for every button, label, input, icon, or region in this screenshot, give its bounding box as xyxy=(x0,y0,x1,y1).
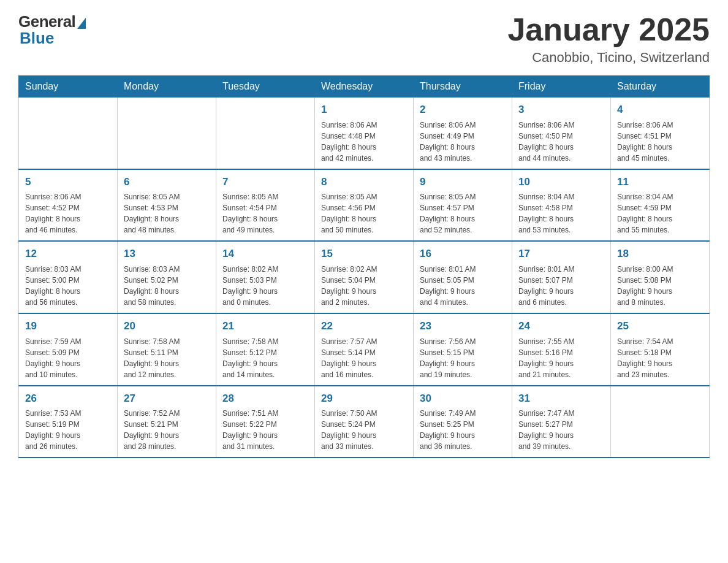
calendar-cell: 28Sunrise: 7:51 AM Sunset: 5:22 PM Dayli… xyxy=(216,386,315,458)
day-info: Sunrise: 8:02 AM Sunset: 5:03 PM Dayligh… xyxy=(222,264,308,308)
calendar-cell: 3Sunrise: 8:06 AM Sunset: 4:50 PM Daylig… xyxy=(512,98,611,169)
day-number: 14 xyxy=(222,247,308,262)
calendar-header-wednesday: Wednesday xyxy=(315,76,414,98)
calendar-cell: 12Sunrise: 8:03 AM Sunset: 5:00 PM Dayli… xyxy=(19,241,118,313)
day-number: 24 xyxy=(518,319,604,334)
calendar-cell xyxy=(19,98,118,169)
calendar-cell: 16Sunrise: 8:01 AM Sunset: 5:05 PM Dayli… xyxy=(414,241,512,313)
day-info: Sunrise: 8:00 AM Sunset: 5:08 PM Dayligh… xyxy=(617,264,703,308)
day-number: 23 xyxy=(420,319,506,334)
day-number: 16 xyxy=(420,247,506,262)
day-info: Sunrise: 8:03 AM Sunset: 5:00 PM Dayligh… xyxy=(25,264,111,308)
day-info: Sunrise: 7:47 AM Sunset: 5:27 PM Dayligh… xyxy=(518,408,604,452)
day-number: 15 xyxy=(321,247,407,262)
day-info: Sunrise: 8:02 AM Sunset: 5:04 PM Dayligh… xyxy=(321,264,407,308)
day-info: Sunrise: 8:06 AM Sunset: 4:52 PM Dayligh… xyxy=(25,191,111,236)
calendar-cell: 1Sunrise: 8:06 AM Sunset: 4:48 PM Daylig… xyxy=(315,98,414,169)
calendar-header-thursday: Thursday xyxy=(414,76,512,98)
calendar-cell: 21Sunrise: 7:58 AM Sunset: 5:12 PM Dayli… xyxy=(216,313,315,386)
day-number: 19 xyxy=(25,319,111,334)
day-info: Sunrise: 8:04 AM Sunset: 4:58 PM Dayligh… xyxy=(518,191,604,236)
calendar-header-tuesday: Tuesday xyxy=(216,76,315,98)
calendar-week-row: 19Sunrise: 7:59 AM Sunset: 5:09 PM Dayli… xyxy=(19,313,710,386)
calendar-cell: 19Sunrise: 7:59 AM Sunset: 5:09 PM Dayli… xyxy=(19,313,118,386)
day-number: 26 xyxy=(25,391,111,407)
day-info: Sunrise: 7:53 AM Sunset: 5:19 PM Dayligh… xyxy=(25,408,111,452)
day-info: Sunrise: 8:01 AM Sunset: 5:07 PM Dayligh… xyxy=(518,264,604,308)
calendar-cell: 31Sunrise: 7:47 AM Sunset: 5:27 PM Dayli… xyxy=(512,386,611,458)
calendar-cell: 25Sunrise: 7:54 AM Sunset: 5:18 PM Dayli… xyxy=(611,313,710,386)
day-info: Sunrise: 7:52 AM Sunset: 5:21 PM Dayligh… xyxy=(124,408,210,452)
day-number: 12 xyxy=(25,247,111,262)
calendar-cell: 8Sunrise: 8:05 AM Sunset: 4:56 PM Daylig… xyxy=(315,169,414,242)
calendar-cell: 29Sunrise: 7:50 AM Sunset: 5:24 PM Dayli… xyxy=(315,386,414,458)
day-number: 21 xyxy=(222,319,308,334)
day-number: 27 xyxy=(124,391,210,407)
day-info: Sunrise: 8:03 AM Sunset: 5:02 PM Dayligh… xyxy=(124,264,210,308)
day-number: 17 xyxy=(518,247,604,262)
calendar-cell: 27Sunrise: 7:52 AM Sunset: 5:21 PM Dayli… xyxy=(118,386,216,458)
calendar-cell: 11Sunrise: 8:04 AM Sunset: 4:59 PM Dayli… xyxy=(611,169,710,242)
day-number: 22 xyxy=(321,319,407,334)
calendar-cell: 20Sunrise: 7:58 AM Sunset: 5:11 PM Dayli… xyxy=(118,313,216,386)
day-number: 11 xyxy=(617,175,703,190)
calendar-cell: 9Sunrise: 8:05 AM Sunset: 4:57 PM Daylig… xyxy=(414,169,512,242)
day-info: Sunrise: 8:04 AM Sunset: 4:59 PM Dayligh… xyxy=(617,191,703,236)
calendar-header-row: SundayMondayTuesdayWednesdayThursdayFrid… xyxy=(19,76,710,98)
calendar-cell: 30Sunrise: 7:49 AM Sunset: 5:25 PM Dayli… xyxy=(414,386,512,458)
day-number: 7 xyxy=(222,175,308,190)
day-info: Sunrise: 8:06 AM Sunset: 4:49 PM Dayligh… xyxy=(420,120,506,164)
logo-triangle-icon xyxy=(77,18,86,29)
calendar-cell: 13Sunrise: 8:03 AM Sunset: 5:02 PM Dayli… xyxy=(118,241,216,313)
day-info: Sunrise: 8:05 AM Sunset: 4:56 PM Dayligh… xyxy=(321,191,407,236)
calendar-cell: 22Sunrise: 7:57 AM Sunset: 5:14 PM Dayli… xyxy=(315,313,414,386)
day-info: Sunrise: 7:49 AM Sunset: 5:25 PM Dayligh… xyxy=(420,408,506,452)
day-info: Sunrise: 8:06 AM Sunset: 4:48 PM Dayligh… xyxy=(321,120,407,164)
calendar-week-row: 26Sunrise: 7:53 AM Sunset: 5:19 PM Dayli… xyxy=(19,386,710,458)
day-info: Sunrise: 8:01 AM Sunset: 5:05 PM Dayligh… xyxy=(420,264,506,308)
calendar-header-friday: Friday xyxy=(512,76,611,98)
day-number: 10 xyxy=(518,175,604,190)
day-number: 28 xyxy=(222,391,308,407)
calendar-week-row: 1Sunrise: 8:06 AM Sunset: 4:48 PM Daylig… xyxy=(19,98,710,169)
day-info: Sunrise: 8:05 AM Sunset: 4:53 PM Dayligh… xyxy=(124,191,210,236)
day-info: Sunrise: 7:54 AM Sunset: 5:18 PM Dayligh… xyxy=(617,336,703,380)
day-info: Sunrise: 8:05 AM Sunset: 4:57 PM Dayligh… xyxy=(420,191,506,236)
day-number: 13 xyxy=(124,247,210,262)
day-info: Sunrise: 7:56 AM Sunset: 5:15 PM Dayligh… xyxy=(420,336,506,380)
calendar-table: SundayMondayTuesdayWednesdayThursdayFrid… xyxy=(18,75,710,458)
calendar-header-saturday: Saturday xyxy=(611,76,710,98)
day-info: Sunrise: 7:55 AM Sunset: 5:16 PM Dayligh… xyxy=(518,336,604,380)
day-number: 5 xyxy=(25,175,111,190)
calendar-cell xyxy=(216,98,315,169)
day-info: Sunrise: 7:51 AM Sunset: 5:22 PM Dayligh… xyxy=(222,408,308,452)
calendar-cell: 23Sunrise: 7:56 AM Sunset: 5:15 PM Dayli… xyxy=(414,313,512,386)
day-number: 20 xyxy=(124,319,210,334)
calendar-cell: 2Sunrise: 8:06 AM Sunset: 4:49 PM Daylig… xyxy=(414,98,512,169)
location: Canobbio, Ticino, Switzerland xyxy=(507,50,710,66)
day-info: Sunrise: 8:06 AM Sunset: 4:50 PM Dayligh… xyxy=(518,120,604,164)
calendar-header-sunday: Sunday xyxy=(19,76,118,98)
calendar-header-monday: Monday xyxy=(118,76,216,98)
logo-blue-text: Blue xyxy=(20,29,54,48)
day-number: 8 xyxy=(321,175,407,190)
day-number: 25 xyxy=(617,319,703,334)
day-info: Sunrise: 7:50 AM Sunset: 5:24 PM Dayligh… xyxy=(321,408,407,452)
calendar-cell: 7Sunrise: 8:05 AM Sunset: 4:54 PM Daylig… xyxy=(216,169,315,242)
day-number: 4 xyxy=(617,102,703,118)
day-info: Sunrise: 8:06 AM Sunset: 4:51 PM Dayligh… xyxy=(617,120,703,164)
day-number: 6 xyxy=(124,175,210,190)
calendar-cell: 15Sunrise: 8:02 AM Sunset: 5:04 PM Dayli… xyxy=(315,241,414,313)
calendar-cell: 18Sunrise: 8:00 AM Sunset: 5:08 PM Dayli… xyxy=(611,241,710,313)
day-number: 18 xyxy=(617,247,703,262)
day-number: 30 xyxy=(420,391,506,407)
day-info: Sunrise: 7:58 AM Sunset: 5:12 PM Dayligh… xyxy=(222,336,308,380)
day-number: 31 xyxy=(518,391,604,407)
title-section: January 2025 Canobbio, Ticino, Switzerla… xyxy=(507,12,710,66)
month-title: January 2025 xyxy=(507,12,710,47)
day-number: 1 xyxy=(321,102,407,118)
calendar-cell: 24Sunrise: 7:55 AM Sunset: 5:16 PM Dayli… xyxy=(512,313,611,386)
day-number: 3 xyxy=(518,102,604,118)
calendar-cell: 6Sunrise: 8:05 AM Sunset: 4:53 PM Daylig… xyxy=(118,169,216,242)
day-number: 2 xyxy=(420,102,506,118)
